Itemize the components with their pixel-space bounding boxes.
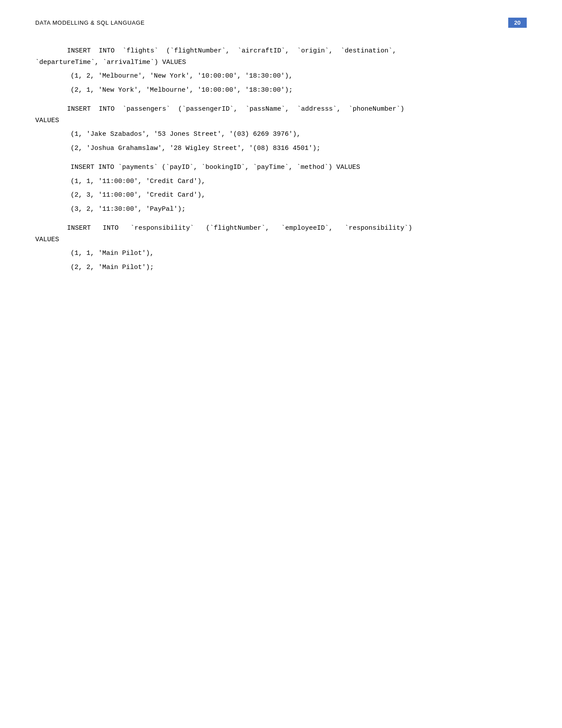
insert-responsibility-statement: INSERT INTO `responsibility` (`flightNum…	[35, 223, 527, 245]
passengers-value-2: (2, 'Joshua Grahamslaw', '28 Wigley Stre…	[71, 143, 527, 154]
page-number: 20	[508, 18, 527, 28]
document-title: DATA MODELLING & SQL LANGUAGE	[35, 19, 145, 26]
insert-flights-section: INSERT INTO `flights` (`flightNumber`, `…	[35, 45, 527, 96]
insert-payments-statement: INSERT INTO `payments` (`payID`, `bookin…	[71, 162, 527, 173]
page-container: DATA MODELLING & SQL LANGUAGE 20 INSERT …	[0, 0, 562, 728]
insert-passengers-section: INSERT INTO `passengers` (`passengerID`,…	[35, 104, 527, 154]
insert-passengers-statement: INSERT INTO `passengers` (`passengerID`,…	[35, 104, 527, 126]
payments-value-1: (1, 1, '11:00:00', 'Credit Card'),	[71, 176, 527, 187]
main-content: INSERT INTO `flights` (`flightNumber`, `…	[35, 41, 527, 273]
page-header: DATA MODELLING & SQL LANGUAGE 20	[35, 18, 527, 28]
responsibility-value-2: (2, 2, 'Main Pilot');	[71, 262, 527, 273]
insert-responsibility-section: INSERT INTO `responsibility` (`flightNum…	[35, 223, 527, 273]
insert-payments-section: INSERT INTO `payments` (`payID`, `bookin…	[35, 162, 527, 215]
flights-value-1: (1, 2, 'Melbourne', 'New York', '10:00:0…	[71, 71, 527, 82]
flights-value-2: (2, 1, 'New York', 'Melbourne', '10:00:0…	[71, 85, 527, 96]
payments-value-3: (3, 2, '11:30:00', 'PayPal');	[71, 204, 527, 215]
responsibility-value-1: (1, 1, 'Main Pilot'),	[71, 248, 527, 259]
passengers-value-1: (1, 'Jake Szabados', '53 Jones Street', …	[71, 129, 527, 140]
payments-value-2: (2, 3, '11:00:00', 'Credit Card'),	[71, 190, 527, 201]
insert-flights-statement: INSERT INTO `flights` (`flightNumber`, `…	[35, 45, 527, 68]
